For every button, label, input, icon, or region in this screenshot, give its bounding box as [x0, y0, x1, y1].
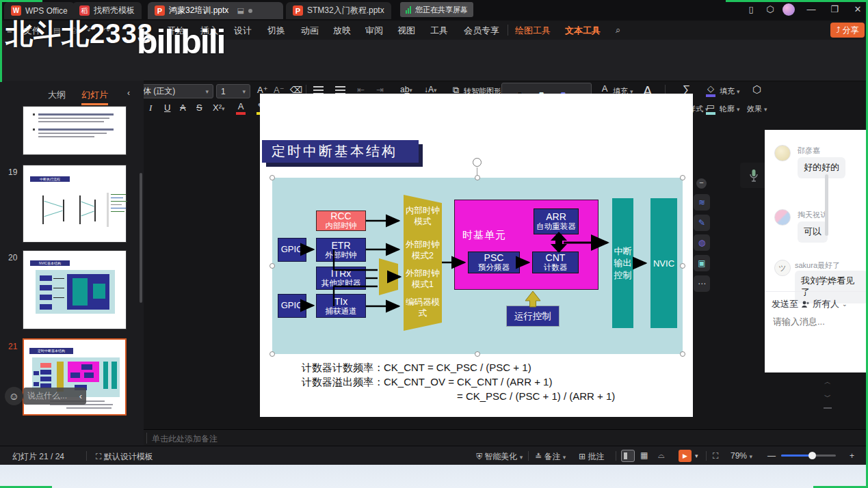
play-slideshow-button[interactable]: ▶ — [679, 450, 692, 462]
collapse-toolbar-icon[interactable]: − — [696, 178, 707, 189]
frame-icon[interactable]: ▣ — [694, 255, 710, 271]
chevron-down-icon: ⌄ — [842, 301, 847, 308]
restore-button[interactable]: ❐ — [828, 4, 841, 14]
send-to-value: 所有人 — [813, 298, 839, 310]
share-button-label: 分享 — [843, 25, 859, 36]
slide-thumbnail-19[interactable]: 中断执行流程 — [23, 165, 127, 243]
selection-handle[interactable] — [269, 175, 275, 180]
selection-handle[interactable] — [680, 175, 685, 180]
slide-thumbnail-20[interactable]: NVIC基本结构 — [23, 250, 127, 329]
chat-scrollbar[interactable] — [825, 174, 828, 236]
send-to-selector[interactable]: 发送至 所有人 ⌄ — [772, 298, 847, 310]
more-tools-icon[interactable]: ⋯ — [694, 275, 710, 292]
notes-bar[interactable]: 单击此处添加备注 — [144, 429, 868, 446]
layers-icon[interactable]: ≋ — [694, 194, 710, 211]
zoom-slider-handle[interactable] — [808, 452, 816, 459]
normal-view-button[interactable] — [621, 450, 635, 462]
minimize-button[interactable]: — — [804, 4, 818, 14]
brush-icon[interactable]: ✎ — [694, 215, 710, 231]
menu-design[interactable]: 设计 — [234, 25, 252, 37]
search-icon[interactable]: ⌕ — [616, 25, 620, 36]
selection-handle[interactable] — [680, 263, 685, 269]
shape-fill-label[interactable]: 填充 ▾ — [720, 86, 740, 96]
thumbnail-title: NVIC基本结构 — [30, 260, 70, 266]
chat-input[interactable] — [772, 316, 862, 327]
status-bar: 幻灯片 21 / 24 ⛶ 默认设计模板 ⛨ 智能美化 ▾ ≛ 备注 ▾ ⊞ 批… — [0, 446, 868, 465]
numbered-list-icon[interactable] — [335, 86, 345, 94]
wps-logo-icon: W — [11, 5, 21, 16]
selection-handle[interactable] — [475, 351, 480, 357]
fill-bucket-icon[interactable]: ◍ — [694, 234, 710, 251]
share-button[interactable]: ⤴ 分享 — [830, 23, 865, 38]
font-color-icon[interactable]: A — [236, 101, 246, 115]
slide-sorter-view-button[interactable]: ▦ — [640, 450, 648, 460]
selection-handle[interactable] — [475, 175, 480, 180]
danmaku-collapse-icon[interactable]: ‹ — [79, 391, 82, 401]
scrollbar-handle[interactable] — [824, 407, 832, 409]
device-icon[interactable]: ▯ — [744, 4, 758, 14]
menu-review[interactable]: 审阅 — [365, 25, 383, 37]
chat-avatar[interactable] — [774, 209, 791, 226]
underline-icon[interactable]: U — [164, 103, 170, 113]
zoom-in-button[interactable]: + — [850, 451, 854, 461]
selection-handle[interactable] — [269, 263, 275, 269]
menu-tools[interactable]: 工具 — [430, 25, 448, 37]
zoom-slider-track[interactable] — [781, 455, 836, 457]
text-direction-icon[interactable]: ↓A▾ — [424, 85, 437, 94]
chat-avatar[interactable]: ツ — [774, 260, 791, 276]
menu-draw-tools[interactable]: 绘图工具 — [515, 25, 551, 37]
notes-button[interactable]: ≛ 备注 ▾ — [535, 451, 566, 463]
shape-effects-label[interactable]: 效果 ▾ — [747, 104, 767, 114]
strikethrough-icon[interactable]: A — [180, 103, 186, 113]
tab-stm32-pptx[interactable]: P STM32入门教程.pptx — [286, 2, 391, 19]
menu-animation[interactable]: 动画 — [301, 25, 319, 37]
shape-fill-icon[interactable]: ◇ — [706, 83, 715, 97]
comments-button[interactable]: ⊞ 批注 — [579, 451, 604, 463]
shadow-icon[interactable]: S — [196, 103, 202, 113]
reading-view-button[interactable]: ⌓ — [658, 450, 665, 460]
chat-message: 好的好的 — [798, 157, 845, 178]
font-size-combo[interactable]: 1▾ — [216, 84, 250, 98]
sidebar-scrollbar[interactable] — [140, 173, 142, 303]
status-divider — [86, 451, 87, 461]
scroll-up-icon[interactable]: ︿ — [824, 377, 831, 387]
menu-transition[interactable]: 切换 — [267, 25, 285, 37]
cube-icon[interactable]: ⬡ — [763, 4, 777, 14]
outline-tab[interactable]: 大纲 — [48, 89, 66, 101]
zoom-level[interactable]: 79% ▾ — [731, 451, 752, 461]
danmaku-input[interactable]: 说点什么... ‹ — [23, 388, 86, 405]
formula-overflow-expanded: = CK_PSC / (PSC + 1) / (ARR + 1) — [457, 390, 615, 402]
menu-view[interactable]: 视图 — [397, 25, 415, 37]
bullet-list-icon[interactable] — [313, 86, 324, 94]
close-button[interactable]: ✕ — [851, 4, 865, 14]
smart-beautify-button[interactable]: ⛨ 智能美化 ▾ — [476, 451, 523, 463]
scroll-down-icon[interactable]: ﹀ — [824, 392, 831, 402]
slide-canvas[interactable]: 定时中断基本结构 RCC内部时钟 GPIO ETR外部时钟 ITRx其他定时器 … — [260, 94, 693, 417]
collapse-panel-icon[interactable]: ‹ — [127, 88, 130, 98]
slides-tab[interactable]: 幻灯片 — [81, 89, 108, 105]
notes-placeholder[interactable]: 单击此处添加备注 — [152, 433, 218, 445]
shape-outline-icon[interactable]: ▭ — [706, 101, 715, 115]
menu-slideshow[interactable]: 放映 — [333, 25, 351, 37]
danmaku-emoji-button[interactable]: ☺ — [5, 387, 23, 405]
chat-avatar[interactable] — [774, 145, 791, 161]
superscript-icon[interactable]: X²▾ — [213, 103, 225, 113]
selection-handle[interactable] — [269, 351, 275, 357]
template-selector[interactable]: ⛶ 默认设计模板 — [96, 451, 153, 463]
slide-thumbnail-18[interactable] — [23, 106, 127, 155]
play-options-chevron[interactable]: ▾ — [695, 452, 698, 459]
fit-window-button[interactable]: ⛶ — [713, 451, 718, 461]
microphone-panel[interactable] — [740, 163, 767, 188]
shape-outline-label[interactable]: 轮廓 ▾ — [720, 104, 740, 114]
tab-hongmeng-pptx[interactable]: P 鸿蒙32培训.pptx ⬓ — [148, 2, 283, 19]
zoom-out-button[interactable]: — — [767, 451, 776, 461]
user-avatar[interactable] — [782, 3, 795, 16]
menu-member[interactable]: 会员专享 — [464, 25, 499, 37]
sharing-banner-text: 您正在共享屏幕 — [415, 5, 468, 15]
chat-username: 邵彦嘉 — [798, 146, 820, 156]
italic-icon[interactable]: I — [149, 103, 152, 113]
shape-effects-icon[interactable]: ⬡ — [752, 83, 761, 96]
char-scale-icon[interactable]: ab̲▾ — [400, 85, 412, 94]
ppt-file-icon: P — [293, 5, 303, 16]
selection-handle[interactable] — [680, 351, 685, 357]
